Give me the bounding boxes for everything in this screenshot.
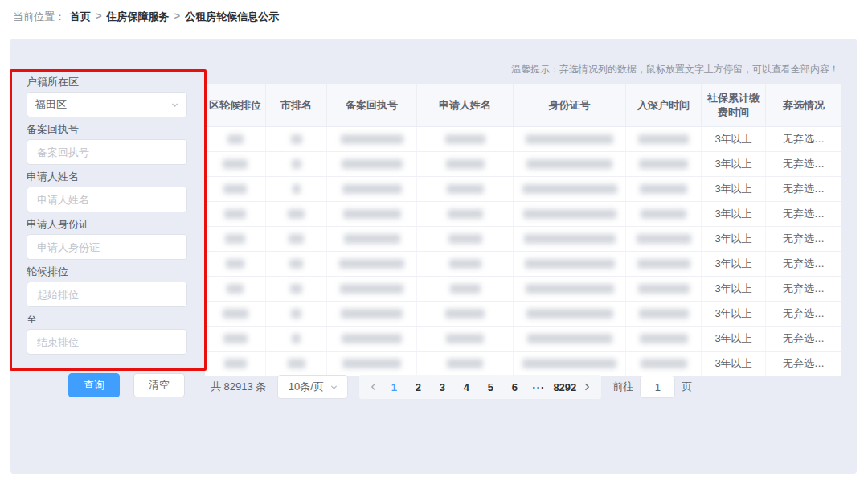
table-cell — [327, 127, 417, 151]
waive-status-cell[interactable]: 无弃选… — [766, 202, 841, 226]
form-text-input[interactable] — [35, 288, 178, 302]
breadcrumb-separator: > — [96, 10, 102, 24]
redacted-value — [637, 234, 691, 244]
redacted-value — [342, 334, 402, 343]
redacted-value — [641, 209, 686, 219]
jump-page-input[interactable] — [641, 376, 674, 397]
district-select[interactable]: 福田区 — [27, 92, 187, 117]
table-cell — [626, 152, 702, 176]
table-cell: 3年以上 — [702, 277, 766, 301]
redacted-value — [288, 209, 305, 219]
page-number[interactable]: 1 — [382, 376, 406, 398]
breadcrumb-item[interactable]: 住房保障服务 — [107, 10, 170, 24]
pager-ellipsis[interactable]: ··· — [526, 376, 551, 398]
table-cell — [327, 202, 417, 226]
breadcrumb-item[interactable]: 公租房轮候信息公示 — [185, 10, 279, 24]
table-cell — [514, 277, 626, 301]
search-form: 户籍所在区福田区备案回执号申请人姓名申请人身份证轮候排位至 — [27, 76, 187, 360]
page-number-last[interactable]: 8292 — [551, 376, 579, 398]
redacted-value — [289, 259, 303, 269]
waive-status-cell[interactable]: 无弃选… — [766, 127, 841, 151]
page-size-select[interactable]: 10条/页 — [277, 375, 348, 399]
table-row: 3年以上无弃选… — [205, 252, 841, 277]
page-number[interactable]: 2 — [406, 376, 430, 398]
redacted-value — [223, 184, 247, 194]
table-cell — [266, 127, 327, 151]
search-button[interactable]: 查询 — [68, 373, 120, 397]
clear-button[interactable]: 清空 — [133, 373, 185, 397]
table-row: 3年以上无弃选… — [205, 352, 841, 376]
table-cell: 3年以上 — [702, 252, 766, 276]
table-cell — [626, 252, 702, 276]
redacted-value — [227, 284, 244, 294]
form-text-input[interactable] — [35, 335, 178, 349]
redacted-value — [342, 184, 402, 194]
table-cell — [417, 252, 514, 276]
text-input-box[interactable] — [27, 187, 187, 212]
page-number[interactable]: 6 — [502, 376, 526, 398]
redacted-value — [450, 284, 481, 294]
table-cell — [417, 202, 514, 226]
redacted-value — [291, 309, 301, 319]
next-page-button[interactable] — [579, 376, 595, 398]
text-input-box[interactable] — [27, 234, 187, 260]
redacted-value — [227, 134, 244, 144]
table-cell — [266, 202, 327, 226]
table-cell — [417, 302, 514, 326]
pagination: 共 82913 条 10条/页 123456···8292 前往 页 — [211, 375, 692, 399]
form-group: 至 — [27, 313, 187, 355]
pagination-total: 共 82913 条 — [211, 380, 266, 394]
redacted-value — [446, 334, 484, 343]
table-cell — [205, 327, 266, 351]
redacted-value — [639, 309, 689, 319]
table-cell — [205, 252, 266, 276]
table-cell — [327, 227, 417, 251]
text-input-box[interactable] — [27, 282, 187, 307]
waive-status-cell[interactable]: 无弃选… — [766, 177, 841, 201]
waive-status-cell[interactable]: 无弃选… — [766, 302, 841, 326]
table-cell: 3年以上 — [702, 302, 766, 326]
column-header: 区轮候排位 — [205, 84, 266, 126]
table-cell: 3年以上 — [702, 227, 766, 251]
table-cell — [514, 202, 626, 226]
prev-page-button[interactable] — [366, 376, 382, 398]
table-row: 3年以上无弃选… — [205, 152, 841, 177]
redacted-value — [341, 134, 403, 144]
form-text-input[interactable] — [35, 146, 178, 159]
text-input-box[interactable] — [27, 329, 187, 355]
form-text-input[interactable] — [35, 193, 178, 207]
table-cell — [514, 127, 626, 151]
table-cell — [327, 352, 417, 376]
redacted-value — [446, 159, 485, 169]
redacted-value — [288, 359, 305, 368]
form-label: 轮候排位 — [27, 265, 187, 278]
breadcrumb-item[interactable]: 首页 — [70, 10, 91, 24]
form-text-input[interactable] — [35, 240, 178, 254]
table-cell — [327, 177, 417, 201]
chevron-down-icon — [330, 384, 338, 391]
column-header: 入深户时间 — [626, 84, 702, 126]
column-header: 备案回执号 — [327, 84, 417, 126]
page-number[interactable]: 3 — [430, 376, 454, 398]
waive-status-cell[interactable]: 无弃选… — [766, 352, 841, 376]
table-cell — [205, 127, 266, 151]
table-cell — [205, 302, 266, 326]
page-number[interactable]: 5 — [478, 376, 502, 398]
redacted-value — [292, 334, 301, 343]
page-number[interactable]: 4 — [454, 376, 478, 398]
redacted-value — [640, 184, 687, 194]
redacted-value — [639, 159, 688, 169]
breadcrumb: 当前位置： 首页>住房保障服务>公租房轮候信息公示 — [13, 10, 279, 24]
waive-status-cell[interactable]: 无弃选… — [766, 252, 841, 276]
text-input-box[interactable] — [27, 139, 187, 165]
table-cell — [626, 127, 702, 151]
waive-status-cell[interactable]: 无弃选… — [766, 152, 841, 176]
redacted-value — [224, 209, 246, 219]
waive-status-cell[interactable]: 无弃选… — [766, 277, 841, 301]
column-header: 申请人姓名 — [417, 84, 514, 126]
redacted-value — [223, 159, 248, 169]
waive-status-cell[interactable]: 无弃选… — [766, 227, 841, 251]
waive-status-cell[interactable]: 无弃选… — [766, 327, 841, 351]
table-cell — [417, 327, 514, 351]
form-group: 申请人身份证 — [27, 218, 187, 260]
